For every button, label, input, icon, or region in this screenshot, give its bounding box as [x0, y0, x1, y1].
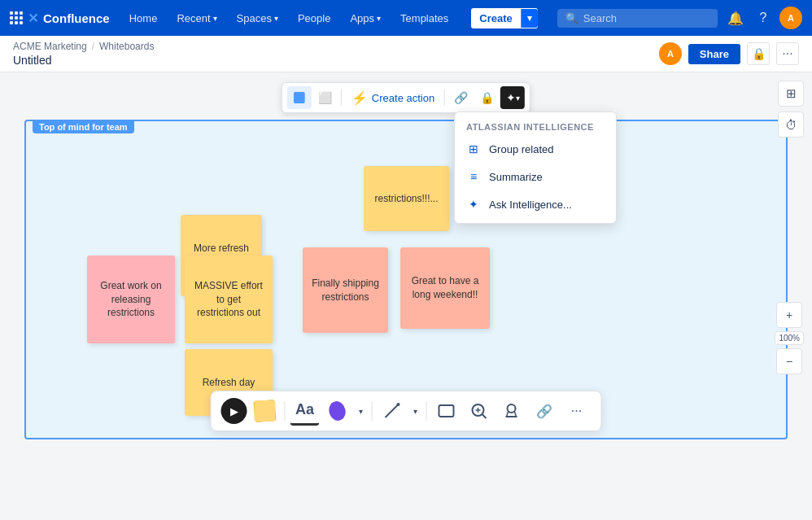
- sticky-note-massive-effort[interactable]: MASSIVE effort to get restrictions out: [185, 256, 273, 343]
- create-action-button[interactable]: ⚡ Create action: [345, 87, 441, 109]
- play-button[interactable]: ▶: [221, 398, 247, 424]
- ai-summarize[interactable]: ≡ Summarize: [455, 163, 616, 190]
- line-dropdown-arrow[interactable]: ▾: [410, 396, 421, 426]
- zoom-out-button[interactable]: −: [776, 348, 802, 374]
- ai-dropdown-header: Atlassian Intelligence: [455, 117, 616, 135]
- ai-sparkle-icon: ✦: [506, 91, 516, 104]
- nav-templates[interactable]: Templates: [394, 9, 455, 28]
- create-dropdown-arrow[interactable]: ▾: [521, 9, 538, 28]
- svg-rect-0: [294, 92, 305, 103]
- search-icon: 🔍: [565, 12, 578, 24]
- ai-ask-intelligence[interactable]: ✦ Ask Intelligence...: [455, 190, 616, 218]
- summarize-icon: ≡: [466, 169, 481, 184]
- clock-icon-button[interactable]: ⏱: [778, 111, 804, 138]
- line-tool-button[interactable]: [378, 396, 407, 426]
- sticky-note-great-work[interactable]: Great work on releasing restrictions: [87, 256, 175, 343]
- header-right: A Share 🔒 ···: [659, 42, 799, 65]
- nav-people[interactable]: People: [291, 9, 337, 28]
- notifications-icon[interactable]: 🔔: [724, 7, 747, 29]
- page-title: Untitled: [13, 54, 154, 67]
- zoom-controls: + 100% −: [775, 302, 804, 374]
- top-navigation: ✕ Confluence Home Recent ▾ Spaces ▾ Peop…: [0, 0, 812, 36]
- ai-dropdown-arrow: ▾: [516, 94, 520, 103]
- nav-recent[interactable]: Recent ▾: [170, 9, 223, 28]
- rect-tool-button[interactable]: [432, 396, 461, 426]
- nav-home[interactable]: Home: [123, 9, 164, 28]
- x-icon: ✕: [28, 11, 38, 26]
- sticky-note-restrictions[interactable]: restrictions!!!...: [364, 166, 449, 231]
- zoom-level: 100%: [775, 331, 804, 345]
- ai-dropdown: Atlassian Intelligence ⊞ Group related ≡…: [454, 111, 617, 224]
- bottom-toolbar-divider-3: [426, 401, 427, 421]
- svg-line-6: [482, 414, 487, 418]
- shape-tool-button[interactable]: [323, 396, 352, 426]
- blob-icon: [326, 400, 349, 422]
- shape-dropdown-arrow[interactable]: ▾: [356, 396, 367, 426]
- help-icon[interactable]: ?: [752, 7, 775, 29]
- create-button[interactable]: Create ▾: [471, 8, 537, 28]
- table-icon-button[interactable]: ⊞: [778, 81, 804, 107]
- zoom-icon: [470, 402, 488, 420]
- more-options-button[interactable]: ···: [776, 42, 799, 65]
- toolbar-divider-2: [444, 90, 445, 106]
- collaborator-avatar: A: [659, 42, 682, 65]
- sub-header: ACME Marketing / Whiteboards Untitled A …: [0, 36, 812, 72]
- section-label: Top of mind for team: [33, 120, 134, 133]
- bottom-toolbar-divider-2: [372, 401, 373, 421]
- note-layout-button[interactable]: ⬜: [313, 86, 338, 109]
- breadcrumb-section[interactable]: Whiteboards: [99, 41, 154, 52]
- breadcrumb-org[interactable]: ACME Marketing: [13, 41, 87, 52]
- grid-icon: [10, 11, 23, 24]
- stamp-icon: [503, 402, 521, 420]
- bottom-toolbar: ▶ Aa ▾ ▾: [211, 391, 602, 431]
- svg-rect-4: [439, 405, 454, 417]
- canvas-area: ⬜ ⚡ Create action 🔗 🔒 ✦ ▾ Atlassian Inte…: [0, 72, 812, 448]
- ask-intelligence-icon: ✦: [466, 197, 481, 212]
- ai-button[interactable]: ✦ ▾: [500, 86, 525, 109]
- link-tool-button[interactable]: 🔗: [530, 396, 559, 426]
- line-icon: [382, 401, 402, 421]
- breadcrumb-separator: /: [92, 41, 94, 52]
- share-button[interactable]: Share: [688, 44, 740, 64]
- bottom-toolbar-divider-1: [285, 401, 286, 421]
- rect-icon: [438, 402, 456, 420]
- ai-group-related[interactable]: ⊞ Group related: [455, 135, 616, 163]
- svg-point-3: [397, 403, 400, 406]
- search-bar[interactable]: 🔍: [557, 9, 718, 28]
- nav-spaces[interactable]: Spaces ▾: [230, 9, 285, 28]
- recent-chevron-icon: ▾: [213, 14, 217, 23]
- sticky-note-finally-shipping[interactable]: Finally shipping restrictions: [303, 247, 388, 333]
- svg-line-2: [386, 404, 399, 417]
- breadcrumb: ACME Marketing / Whiteboards: [13, 41, 154, 52]
- notes-tool-button[interactable]: [251, 396, 280, 426]
- color-icon: [294, 92, 305, 103]
- toolbar-divider: [341, 90, 342, 106]
- lock-toolbar-button[interactable]: 🔒: [474, 86, 499, 109]
- zoom-tool-button[interactable]: [465, 396, 494, 426]
- nav-right-icons: 🔔 ? A: [724, 7, 802, 29]
- zoom-in-button[interactable]: +: [776, 302, 802, 328]
- svg-point-9: [508, 404, 516, 413]
- svg-point-1: [327, 400, 348, 422]
- logo-text: Confluence: [43, 11, 110, 25]
- more-tools-button[interactable]: ···: [562, 396, 592, 426]
- canvas-side-icons: ⊞ ⏱: [778, 81, 804, 138]
- user-avatar[interactable]: A: [779, 7, 802, 29]
- lightning-icon: ⚡: [351, 90, 368, 106]
- group-related-icon: ⊞: [466, 142, 481, 156]
- lock-icon[interactable]: 🔒: [747, 42, 770, 65]
- search-input[interactable]: [583, 12, 709, 24]
- apps-chevron-icon: ▾: [377, 14, 381, 23]
- nav-apps[interactable]: Apps ▾: [343, 9, 387, 28]
- text-tool-button[interactable]: Aa: [290, 396, 320, 426]
- confluence-logo[interactable]: ✕ Confluence: [10, 11, 110, 26]
- link-button[interactable]: 🔗: [448, 86, 473, 109]
- spaces-chevron-icon: ▾: [274, 14, 278, 23]
- sticky-note-great-weekend[interactable]: Great to have a long weekend!!: [400, 247, 490, 329]
- stamp-tool-button[interactable]: [497, 396, 526, 426]
- floating-toolbar: ⬜ ⚡ Create action 🔗 🔒 ✦ ▾: [282, 82, 530, 113]
- color-swatch-button[interactable]: [287, 86, 312, 109]
